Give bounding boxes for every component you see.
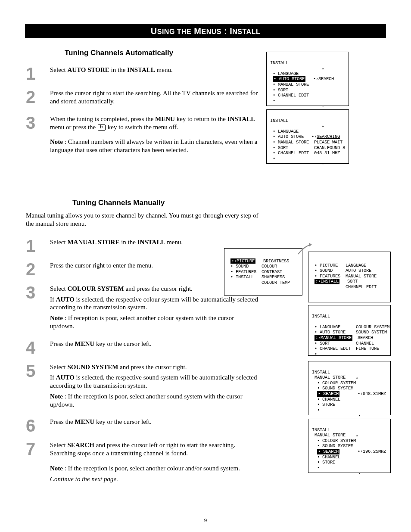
section1-heading: Tuning Channels Automatically xyxy=(65,48,258,57)
step-number: 2 xyxy=(26,88,45,106)
m-step4-text: Press the MENU key or the cursor left. xyxy=(50,340,258,348)
step-number: 4 xyxy=(26,339,45,356)
step-number: 7 xyxy=(26,440,45,457)
osd-manualstore-search-2: INSTALL MANUAL STORE ▴ • COLOUR SYSTEM •… xyxy=(308,419,391,473)
svg-marker-0 xyxy=(309,243,312,246)
title-bar: USING THE MENUS : INSTALL xyxy=(25,24,386,38)
osd-install-menu: • PICTURE LANGUAGE • SOUND AUTO STORE • … xyxy=(308,252,391,302)
step2-text: Press the cursor right to start the sear… xyxy=(50,89,258,106)
step3-text: When the tuning is completed, press the … xyxy=(50,115,258,131)
page-number: 9 xyxy=(0,517,411,524)
step-number: 3 xyxy=(26,284,45,301)
m-step6-text: Press the MENU key or the cursor left. xyxy=(50,418,258,426)
m-step3-p2: If AUTO is selected, the respective colo… xyxy=(50,296,258,312)
m-step7-cont: Continue to the next page. xyxy=(50,475,258,483)
m-step7-p1: Select SEARCH and press the cursor left … xyxy=(50,441,258,457)
step-number: 2 xyxy=(26,261,45,278)
osd-install-manualstore: INSTALL • LANGUAGE COLOUR SYSTEM • AUTO … xyxy=(308,305,391,356)
section2-intro: Manual tuning allows you to store channe… xyxy=(26,212,258,228)
osd-install-searching: INSTALL ▴ • LANGUAGE • AUTO STORE •›SEAR… xyxy=(266,109,349,164)
m-step1-text: Select MANUAL STORE in the INSTALL menu. xyxy=(50,238,258,246)
m-step3-note: Note : If reception is poor, select anot… xyxy=(50,314,258,330)
m-step5-p1: Select SOUND SYSTEM and press the cursor… xyxy=(50,363,258,371)
osd-install-autostore: INSTALL ▴ • LANGUAGE • AUTO STORE •›SEAR… xyxy=(266,52,349,106)
step1-text: Select AUTO STORE in the INSTALL menu. xyxy=(50,66,258,74)
info-plus-key-icon: i+ xyxy=(98,124,106,131)
m-step5-note: Note : If the reception is poor, select … xyxy=(50,392,258,409)
title-text: USING THE MENUS : INSTALL xyxy=(151,26,260,36)
m-step7-note: Note : If the reception is poor, select … xyxy=(50,464,258,473)
step3-note: Note : Channel numbers will always be wr… xyxy=(50,138,258,154)
osd-picture-menu: ↕›PICTURE BRIGHTNESS • SOUND COLOUR • FE… xyxy=(224,248,302,296)
m-step5-p2: If AUTO is selected, the respective soun… xyxy=(50,373,258,390)
step-number: 6 xyxy=(26,417,45,434)
osd-manualstore-search-1: INSTALL MANUAL STORE ▴ • COLOUR SYSTEM •… xyxy=(308,361,391,415)
step-number: 1 xyxy=(26,65,45,82)
step-number: 1 xyxy=(26,237,45,255)
step-number: 3 xyxy=(26,114,45,131)
step-number: 5 xyxy=(26,362,45,380)
section2-heading: Tuning Channels Manually xyxy=(72,198,258,207)
